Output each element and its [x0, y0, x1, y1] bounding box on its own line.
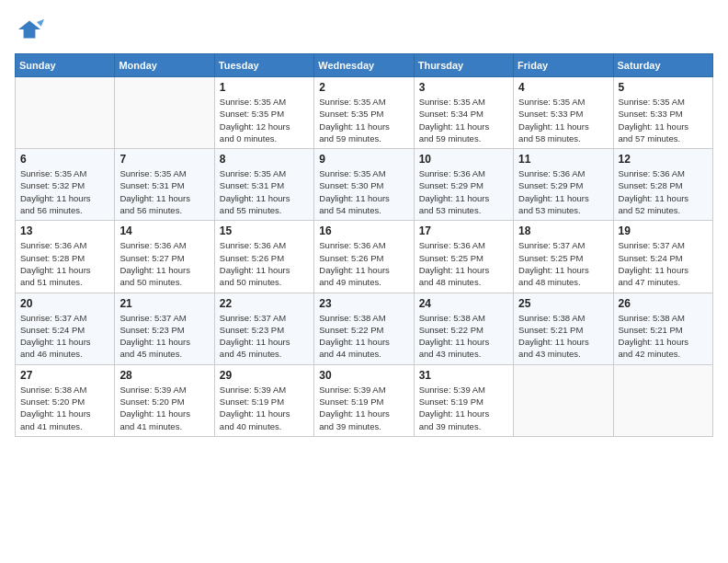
cell-day-number: 24 — [419, 297, 508, 310]
calendar-cell: 11Sunrise: 5:36 AM Sunset: 5:29 PM Dayli… — [514, 149, 613, 221]
cell-day-number: 10 — [419, 153, 508, 166]
calendar-cell: 5Sunrise: 5:35 AM Sunset: 5:33 PM Daylig… — [613, 77, 712, 149]
cell-day-number: 20 — [20, 297, 109, 310]
calendar-cell: 27Sunrise: 5:38 AM Sunset: 5:20 PM Dayli… — [16, 364, 115, 436]
calendar-cell: 7Sunrise: 5:35 AM Sunset: 5:31 PM Daylig… — [115, 149, 214, 221]
calendar-week-5: 27Sunrise: 5:38 AM Sunset: 5:20 PM Dayli… — [16, 364, 713, 436]
calendar-cell: 14Sunrise: 5:36 AM Sunset: 5:27 PM Dayli… — [115, 221, 214, 293]
cell-day-number: 5 — [619, 81, 708, 94]
cell-info: Sunrise: 5:36 AM Sunset: 5:28 PM Dayligh… — [619, 167, 708, 216]
cell-info: Sunrise: 5:38 AM Sunset: 5:21 PM Dayligh… — [518, 312, 608, 361]
calendar-week-4: 20Sunrise: 5:37 AM Sunset: 5:24 PM Dayli… — [16, 293, 713, 364]
cell-info: Sunrise: 5:37 AM Sunset: 5:23 PM Dayligh… — [119, 312, 209, 361]
cell-day-number: 1 — [220, 81, 309, 94]
cell-day-number: 25 — [518, 297, 608, 310]
cell-day-number: 4 — [518, 81, 608, 94]
cell-day-number: 18 — [518, 224, 608, 237]
cell-day-number: 16 — [319, 224, 408, 237]
cell-day-number: 26 — [619, 297, 708, 310]
calendar-week-1: 1Sunrise: 5:35 AM Sunset: 5:35 PM Daylig… — [16, 77, 713, 149]
cell-day-number: 7 — [119, 153, 209, 166]
cell-day-number: 13 — [20, 224, 109, 237]
calendar-cell: 28Sunrise: 5:39 AM Sunset: 5:20 PM Dayli… — [115, 364, 214, 436]
calendar-cell: 9Sunrise: 5:35 AM Sunset: 5:30 PM Daylig… — [314, 149, 414, 221]
cell-info: Sunrise: 5:36 AM Sunset: 5:26 PM Dayligh… — [220, 239, 309, 288]
page-header — [15, 15, 713, 44]
cell-day-number: 17 — [419, 224, 508, 237]
calendar-cell — [514, 364, 613, 436]
calendar-cell: 19Sunrise: 5:37 AM Sunset: 5:24 PM Dayli… — [613, 221, 712, 293]
calendar-cell: 3Sunrise: 5:35 AM Sunset: 5:34 PM Daylig… — [414, 77, 513, 149]
calendar-cell: 18Sunrise: 5:37 AM Sunset: 5:25 PM Dayli… — [514, 221, 613, 293]
calendar-table: SundayMondayTuesdayWednesdayThursdayFrid… — [15, 53, 713, 437]
cell-day-number: 8 — [220, 153, 309, 166]
cell-day-number: 22 — [220, 297, 309, 310]
calendar-week-3: 13Sunrise: 5:36 AM Sunset: 5:28 PM Dayli… — [16, 221, 713, 293]
calendar-cell: 2Sunrise: 5:35 AM Sunset: 5:35 PM Daylig… — [314, 77, 414, 149]
cell-info: Sunrise: 5:37 AM Sunset: 5:23 PM Dayligh… — [220, 312, 309, 361]
cell-day-number: 23 — [319, 297, 408, 310]
cell-day-number: 28 — [119, 369, 209, 382]
cell-info: Sunrise: 5:36 AM Sunset: 5:25 PM Dayligh… — [419, 239, 508, 288]
cell-info: Sunrise: 5:35 AM Sunset: 5:33 PM Dayligh… — [619, 96, 708, 144]
cell-info: Sunrise: 5:39 AM Sunset: 5:19 PM Dayligh… — [319, 384, 408, 432]
cell-info: Sunrise: 5:36 AM Sunset: 5:29 PM Dayligh… — [518, 167, 608, 216]
cell-info: Sunrise: 5:35 AM Sunset: 5:35 PM Dayligh… — [220, 96, 309, 144]
calendar-cell: 10Sunrise: 5:36 AM Sunset: 5:29 PM Dayli… — [414, 149, 513, 221]
logo-bird-icon — [15, 15, 44, 44]
cell-day-number: 21 — [119, 297, 209, 310]
calendar-cell: 13Sunrise: 5:36 AM Sunset: 5:28 PM Dayli… — [16, 221, 115, 293]
calendar-cell: 6Sunrise: 5:35 AM Sunset: 5:32 PM Daylig… — [16, 149, 115, 221]
cell-info: Sunrise: 5:35 AM Sunset: 5:31 PM Dayligh… — [220, 167, 309, 216]
day-header-wednesday: Wednesday — [314, 54, 414, 77]
cell-info: Sunrise: 5:39 AM Sunset: 5:20 PM Dayligh… — [119, 384, 209, 432]
cell-day-number: 31 — [419, 369, 508, 382]
calendar-cell: 25Sunrise: 5:38 AM Sunset: 5:21 PM Dayli… — [514, 293, 613, 364]
cell-info: Sunrise: 5:35 AM Sunset: 5:34 PM Dayligh… — [419, 96, 508, 144]
calendar-cell — [115, 77, 214, 149]
cell-day-number: 12 — [619, 153, 708, 166]
calendar-cell: 26Sunrise: 5:38 AM Sunset: 5:21 PM Dayli… — [613, 293, 712, 364]
calendar-cell: 29Sunrise: 5:39 AM Sunset: 5:19 PM Dayli… — [214, 364, 313, 436]
calendar-cell: 8Sunrise: 5:35 AM Sunset: 5:31 PM Daylig… — [214, 149, 313, 221]
cell-info: Sunrise: 5:36 AM Sunset: 5:29 PM Dayligh… — [419, 167, 508, 216]
calendar-cell — [16, 77, 115, 149]
calendar-cell: 30Sunrise: 5:39 AM Sunset: 5:19 PM Dayli… — [314, 364, 414, 436]
svg-marker-0 — [18, 20, 40, 38]
cell-day-number: 11 — [518, 153, 608, 166]
cell-info: Sunrise: 5:38 AM Sunset: 5:21 PM Dayligh… — [619, 312, 708, 361]
calendar-cell: 21Sunrise: 5:37 AM Sunset: 5:23 PM Dayli… — [115, 293, 214, 364]
calendar-cell: 22Sunrise: 5:37 AM Sunset: 5:23 PM Dayli… — [214, 293, 313, 364]
cell-info: Sunrise: 5:36 AM Sunset: 5:27 PM Dayligh… — [119, 239, 209, 288]
day-header-tuesday: Tuesday — [214, 54, 313, 77]
cell-day-number: 29 — [220, 369, 309, 382]
calendar-cell: 4Sunrise: 5:35 AM Sunset: 5:33 PM Daylig… — [514, 77, 613, 149]
day-header-friday: Friday — [514, 54, 613, 77]
cell-info: Sunrise: 5:35 AM Sunset: 5:30 PM Dayligh… — [319, 167, 408, 216]
calendar-cell: 24Sunrise: 5:38 AM Sunset: 5:22 PM Dayli… — [414, 293, 513, 364]
day-header-saturday: Saturday — [613, 54, 712, 77]
cell-info: Sunrise: 5:36 AM Sunset: 5:26 PM Dayligh… — [319, 239, 408, 288]
cell-info: Sunrise: 5:39 AM Sunset: 5:19 PM Dayligh… — [220, 384, 309, 432]
calendar-cell: 15Sunrise: 5:36 AM Sunset: 5:26 PM Dayli… — [214, 221, 313, 293]
logo — [15, 15, 48, 44]
cell-day-number: 19 — [619, 224, 708, 237]
calendar-cell: 20Sunrise: 5:37 AM Sunset: 5:24 PM Dayli… — [16, 293, 115, 364]
cell-day-number: 14 — [119, 224, 209, 237]
cell-info: Sunrise: 5:35 AM Sunset: 5:33 PM Dayligh… — [518, 96, 608, 144]
cell-info: Sunrise: 5:38 AM Sunset: 5:22 PM Dayligh… — [419, 312, 508, 361]
cell-info: Sunrise: 5:38 AM Sunset: 5:20 PM Dayligh… — [20, 384, 109, 432]
cell-info: Sunrise: 5:35 AM Sunset: 5:31 PM Dayligh… — [119, 167, 209, 216]
cell-info: Sunrise: 5:37 AM Sunset: 5:24 PM Dayligh… — [20, 312, 109, 361]
calendar-cell: 17Sunrise: 5:36 AM Sunset: 5:25 PM Dayli… — [414, 221, 513, 293]
day-header-sunday: Sunday — [16, 54, 115, 77]
calendar-cell: 16Sunrise: 5:36 AM Sunset: 5:26 PM Dayli… — [314, 221, 414, 293]
cell-day-number: 3 — [419, 81, 508, 94]
cell-day-number: 30 — [319, 369, 408, 382]
cell-day-number: 2 — [319, 81, 408, 94]
cell-info: Sunrise: 5:37 AM Sunset: 5:24 PM Dayligh… — [619, 239, 708, 288]
cell-info: Sunrise: 5:38 AM Sunset: 5:22 PM Dayligh… — [319, 312, 408, 361]
cell-info: Sunrise: 5:35 AM Sunset: 5:32 PM Dayligh… — [20, 167, 109, 216]
cell-day-number: 9 — [319, 153, 408, 166]
calendar-cell: 31Sunrise: 5:39 AM Sunset: 5:19 PM Dayli… — [414, 364, 513, 436]
